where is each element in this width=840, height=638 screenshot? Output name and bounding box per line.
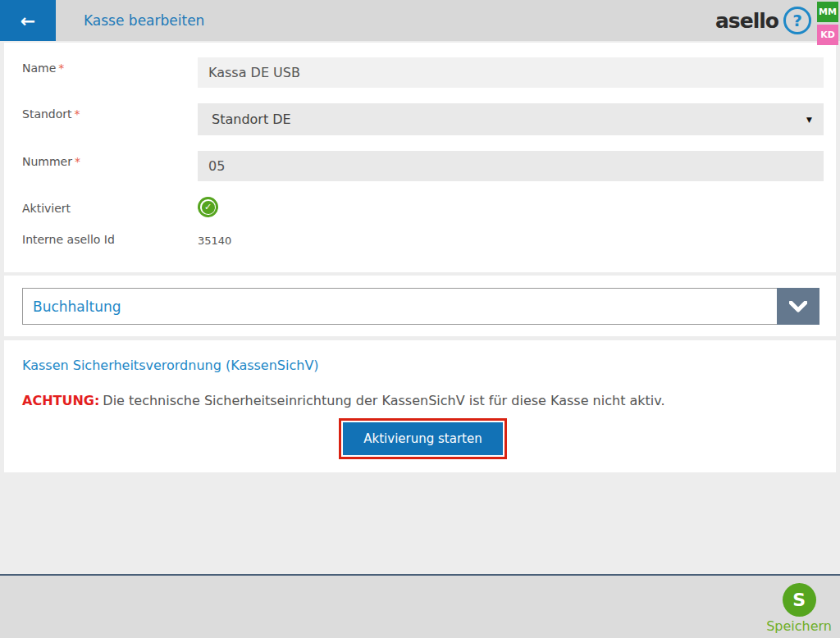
asello-logo-text: asello	[715, 9, 778, 33]
nummer-label: Nummer*	[4, 151, 198, 181]
form-row-interne-id: Interne asello Id 35140	[4, 231, 824, 247]
form-row-aktiviert: Aktiviert ✓	[4, 197, 824, 217]
question-mark-glyph: ?	[792, 11, 802, 30]
header-bar: ← Kasse bearbeiten asello ? MM KD	[0, 0, 840, 41]
buchhaltung-expand-button[interactable]	[777, 288, 819, 325]
badge-mm[interactable]: MM	[817, 2, 838, 22]
logo: asello ?	[715, 7, 817, 34]
badge-kd[interactable]: KD	[817, 25, 838, 45]
save-circle-icon: S	[783, 583, 816, 617]
required-mark: *	[75, 107, 80, 121]
buchhaltung-panel: Buchhaltung	[4, 276, 836, 336]
kassensichv-link[interactable]: Kassen Sicherheitsverordnung (KassenSich…	[22, 358, 319, 373]
activate-button-row: Aktivierung starten	[22, 418, 824, 459]
aktivierung-starten-button[interactable]: Aktivierung starten	[343, 422, 502, 455]
form-row-nummer: Nummer* 05	[4, 151, 824, 181]
page-title: Kasse bearbeiten	[84, 12, 204, 29]
dropdown-arrow-icon: ▼	[806, 116, 812, 124]
required-mark: *	[75, 155, 80, 168]
highlight-outline: Aktivierung starten	[339, 418, 506, 459]
interne-id-label: Interne asello Id	[4, 231, 198, 247]
aktiviert-label: Aktiviert	[4, 197, 198, 217]
nummer-input[interactable]: 05	[198, 151, 824, 181]
back-arrow-icon: ←	[21, 11, 35, 31]
footer-bar: S Speichern	[0, 574, 840, 638]
back-button[interactable]: ←	[0, 0, 56, 41]
user-badges: MM KD	[817, 2, 838, 45]
name-label: Name*	[4, 57, 198, 88]
checkmark-glyph: ✓	[202, 201, 215, 214]
warning-prefix: ACHTUNG:	[22, 393, 99, 408]
chevron-down-icon	[789, 301, 807, 312]
kassensichv-warning: ACHTUNG:Die technische Sicherheitseinric…	[22, 393, 824, 408]
kassensichv-panel: Kassen Sicherheitsverordnung (KassenSich…	[4, 340, 836, 472]
name-input[interactable]: Kassa DE USB	[198, 57, 824, 88]
save-label: Speichern	[766, 618, 832, 634]
standort-label: Standort*	[4, 103, 198, 135]
kasse-form-panel: Name* Kassa DE USB Standort* Standort DE…	[4, 43, 836, 272]
interne-id-value: 35140	[198, 231, 824, 247]
standort-select[interactable]: Standort DE ▼	[198, 103, 824, 135]
standort-selected-value: Standort DE	[212, 112, 291, 127]
header-right: asello ? MM KD	[715, 0, 840, 41]
help-icon[interactable]: ?	[783, 7, 811, 34]
warning-text: Die technische Sicherheitseinrichtung de…	[103, 393, 664, 408]
form-row-name: Name* Kassa DE USB	[4, 57, 824, 88]
buchhaltung-accordion-label[interactable]: Buchhaltung	[22, 288, 777, 325]
save-button[interactable]: S Speichern	[766, 583, 832, 634]
aktiviert-check-icon[interactable]: ✓	[198, 197, 218, 217]
required-mark: *	[58, 62, 64, 75]
form-row-standort: Standort* Standort DE ▼	[4, 103, 824, 135]
buchhaltung-accordion[interactable]: Buchhaltung	[22, 288, 819, 325]
